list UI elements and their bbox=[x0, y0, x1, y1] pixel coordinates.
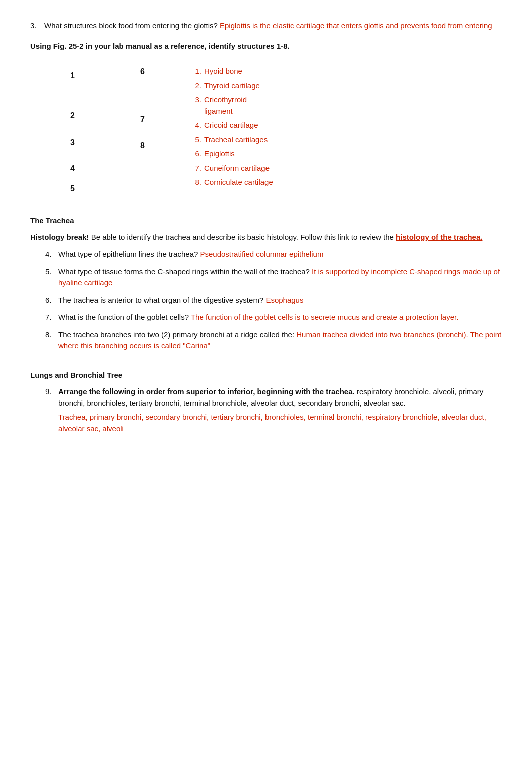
fig-section: 1 2 3 4 5 6 7 8 1. Hyoid bone 2. Thyroid… bbox=[30, 61, 502, 195]
fig-answers-list: 1. Hyoid bone 2. Thyroid cartilage 3. Cr… bbox=[190, 61, 321, 195]
q6-content: The trachea is anterior to what organ of… bbox=[58, 295, 303, 306]
fig-label-3: 3 bbox=[70, 137, 130, 149]
lungs-title: Lungs and Bronchial Tree bbox=[30, 370, 502, 381]
histology-link[interactable]: histology of the trachea. bbox=[396, 233, 482, 241]
q9-content: Arrange the following in order from supe… bbox=[58, 386, 502, 409]
q8-answer: Human trachea divided into two branches … bbox=[58, 330, 501, 350]
question-3: 3. What structures block food from enter… bbox=[30, 20, 502, 32]
q8-num: 8. bbox=[45, 329, 55, 352]
fig-answer-7: 7. Cuneiform cartilage bbox=[190, 163, 321, 174]
fig-label-7: 7 bbox=[140, 114, 190, 126]
trachea-section: The Trachea Histology break! Be able to … bbox=[30, 215, 502, 352]
q3-answer: Epiglottis is the elastic cartilage that… bbox=[220, 21, 492, 30]
fig-answer-2: 2. Thyroid cartilage bbox=[190, 80, 321, 92]
q4-content: What type of epithelium lines the trache… bbox=[58, 249, 323, 260]
fig-label-8: 8 bbox=[140, 140, 190, 152]
fig-answer-4: 4. Cricoid cartilage bbox=[190, 120, 321, 131]
fig-label-1: 1 bbox=[70, 70, 130, 82]
fig-answer-3: 3. Cricothyrroidligament bbox=[190, 94, 321, 117]
fig-answer-6: 6. Epiglottis bbox=[190, 148, 321, 160]
histology-break: Histology break! Be able to identify the… bbox=[30, 232, 502, 243]
q7-answer: The function of the goblet cells is to s… bbox=[191, 313, 458, 321]
histology-break-label: Histology break! bbox=[30, 233, 89, 241]
trachea-q8: 8. The trachea branches into two (2) pri… bbox=[45, 329, 502, 352]
q6-answer: Esophagus bbox=[265, 296, 303, 304]
fig-answer-8: 8. Corniculate cartilage bbox=[190, 177, 321, 188]
trachea-title: The Trachea bbox=[30, 215, 502, 227]
q9-answer: Trachea, primary bronchi, secondary bron… bbox=[58, 412, 502, 434]
q4-answer: Pseudostratified columnar epithelium bbox=[200, 250, 324, 258]
q9-bold: Arrange the following in order from supe… bbox=[58, 387, 355, 396]
q5-answer: It is supported by incomplete C-shaped r… bbox=[58, 267, 500, 287]
fig-label-2: 2 bbox=[70, 110, 130, 122]
trachea-q4: 4. What type of epithelium lines the tra… bbox=[45, 249, 502, 260]
q3-text: What structures block food from entering… bbox=[44, 20, 492, 32]
q8-content: The trachea branches into two (2) primar… bbox=[58, 329, 502, 352]
q4-num: 4. bbox=[45, 249, 55, 260]
fig-label-5: 5 bbox=[70, 183, 130, 195]
histology-break-text: Be able to identify the trachea and desc… bbox=[91, 233, 394, 241]
lungs-section: Lungs and Bronchial Tree 9. Arrange the … bbox=[30, 370, 502, 435]
q9-block: 9. Arrange the following in order from s… bbox=[45, 386, 502, 434]
trachea-q6: 6. The trachea is anterior to what organ… bbox=[45, 295, 502, 306]
q9-num: 9. bbox=[45, 386, 55, 409]
fig-answer-5: 5. Tracheal cartilages bbox=[190, 134, 321, 146]
fig-label-4: 4 bbox=[70, 163, 130, 175]
q3-number: 3. bbox=[30, 20, 40, 32]
fig-label-6: 6 bbox=[140, 66, 190, 78]
q6-num: 6. bbox=[45, 295, 55, 306]
q7-content: What is the function of the goblet cells… bbox=[58, 312, 458, 323]
q5-content: What type of tissue forms the C-shaped r… bbox=[58, 266, 502, 289]
fig-section-heading: Using Fig. 25-2 in your lab manual as a … bbox=[30, 41, 502, 52]
fig-answer-1: 1. Hyoid bone bbox=[190, 66, 321, 77]
trachea-q5: 5. What type of tissue forms the C-shape… bbox=[45, 266, 502, 289]
trachea-q7: 7. What is the function of the goblet ce… bbox=[45, 312, 502, 323]
q9-header: 9. Arrange the following in order from s… bbox=[45, 386, 502, 409]
q7-num: 7. bbox=[45, 312, 55, 323]
q5-num: 5. bbox=[45, 266, 55, 289]
